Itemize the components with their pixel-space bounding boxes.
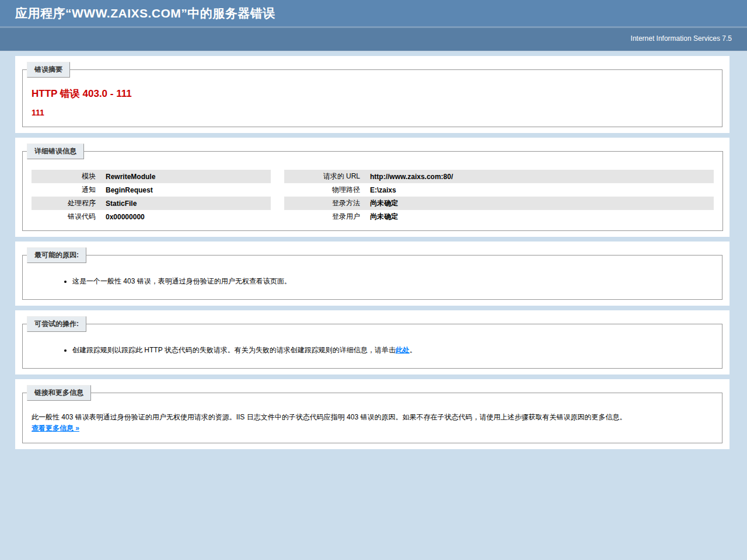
actions-section: 可尝试的操作: 创建跟踪规则以跟踪此 HTTP 状态代码的失败请求。有关为失败的… — [15, 310, 729, 374]
page-title: 应用程序“WWW.ZAIXS.COM”中的服务器错误 — [15, 5, 275, 22]
error-summary-section: 错误摘要 HTTP 错误 403.0 - 111 111 — [15, 56, 729, 133]
causes-fieldset: 最可能的原因: 这是一个一般性 403 错误，表明通过身份验证的用户无权查看该页… — [22, 247, 722, 300]
detail-label: 处理程序 — [32, 197, 102, 210]
detail-value: StaticFile — [102, 197, 271, 210]
detail-row: 通知BeginRequest — [32, 183, 271, 197]
detail-value: 尚未确定 — [366, 197, 714, 210]
detail-label: 通知 — [32, 183, 102, 197]
detail-row: 模块RewriteModule — [32, 170, 271, 183]
actions-legend: 可尝试的操作: — [27, 316, 86, 332]
error-summary-legend: 错误摘要 — [27, 62, 70, 78]
detail-label: 模块 — [32, 170, 102, 183]
detail-value: RewriteModule — [102, 170, 271, 183]
page-header: 应用程序“WWW.ZAIXS.COM”中的服务器错误 — [0, 0, 747, 26]
detail-row: 登录用户尚未确定 — [284, 210, 714, 223]
causes-list: 这是一个一般性 403 错误，表明通过身份验证的用户无权查看该页面。 — [72, 276, 713, 286]
detail-row: 登录方法尚未确定 — [284, 197, 714, 210]
detail-value: http://www.zaixs.com:80/ — [366, 170, 714, 183]
cause-item: 这是一个一般性 403 错误，表明通过身份验证的用户无权查看该页面。 — [72, 276, 713, 286]
more-info-link[interactable]: 查看更多信息 » — [32, 424, 79, 432]
detail-value: 0x00000000 — [102, 210, 271, 223]
actions-list: 创建跟踪规则以跟踪此 HTTP 状态代码的失败请求。有关为失败的请求创建跟踪规则… — [72, 345, 713, 355]
http-error-title: HTTP 错误 403.0 - 111 — [32, 87, 713, 100]
action-item: 创建跟踪规则以跟踪此 HTTP 状态代码的失败请求。有关为失败的请求创建跟踪规则… — [72, 345, 713, 355]
links-fieldset: 链接和更多信息 此一般性 403 错误表明通过身份验证的用户无权使用请求的资源。… — [22, 385, 722, 443]
details-table-left: 模块RewriteModule通知BeginRequest处理程序StaticF… — [32, 170, 271, 223]
causes-section: 最可能的原因: 这是一个一般性 403 错误，表明通过身份验证的用户无权查看该页… — [15, 242, 729, 306]
actions-fieldset: 可尝试的操作: 创建跟踪规则以跟踪此 HTTP 状态代码的失败请求。有关为失败的… — [22, 316, 722, 369]
detail-value: 尚未确定 — [366, 210, 714, 223]
action-text-prefix: 创建跟踪规则以跟踪此 HTTP 状态代码的失败请求。有关为失败的请求创建跟踪规则… — [72, 346, 396, 354]
detailed-error-fieldset: 详细错误信息 模块RewriteModule通知BeginRequest处理程序… — [22, 144, 723, 231]
error-summary-fieldset: 错误摘要 HTTP 错误 403.0 - 111 111 — [22, 62, 722, 127]
server-version-bar: Internet Information Services 7.5 — [0, 26, 747, 51]
links-legend: 链接和更多信息 — [27, 385, 91, 401]
links-section: 链接和更多信息 此一般性 403 错误表明通过身份验证的用户无权使用请求的资源。… — [15, 379, 729, 449]
more-info-link-row: 查看更多信息 » — [32, 424, 713, 433]
server-version-text: Internet Information Services 7.5 — [631, 34, 732, 43]
detail-value: E:\zaixs — [366, 183, 714, 197]
detailed-error-legend: 详细错误信息 — [27, 144, 84, 159]
content-area: 错误摘要 HTTP 错误 403.0 - 111 111 详细错误信息 模块Re… — [15, 56, 747, 449]
detail-label: 请求的 URL — [284, 170, 366, 183]
detail-value: BeginRequest — [102, 183, 271, 197]
detail-label: 登录用户 — [284, 210, 366, 223]
detail-tables: 模块RewriteModule通知BeginRequest处理程序StaticF… — [32, 170, 714, 223]
detail-row: 错误代码0x00000000 — [32, 210, 271, 223]
detail-row: 处理程序StaticFile — [32, 197, 271, 210]
here-link[interactable]: 此处 — [396, 346, 410, 354]
details-table-right: 请求的 URLhttp://www.zaixs.com:80/物理路径E:\za… — [284, 170, 714, 223]
detail-row: 请求的 URLhttp://www.zaixs.com:80/ — [284, 170, 714, 183]
detail-label: 错误代码 — [32, 210, 102, 223]
action-text-suffix: 。 — [410, 346, 417, 354]
links-paragraph: 此一般性 403 错误表明通过身份验证的用户无权使用请求的资源。IIS 日志文件… — [32, 412, 713, 422]
detail-label: 登录方法 — [284, 197, 366, 210]
detail-row: 物理路径E:\zaixs — [284, 183, 714, 197]
http-error-detail: 111 — [32, 108, 713, 117]
causes-legend: 最可能的原因: — [27, 247, 86, 263]
detailed-error-section: 详细错误信息 模块RewriteModule通知BeginRequest处理程序… — [15, 138, 729, 237]
detail-label: 物理路径 — [284, 183, 366, 197]
